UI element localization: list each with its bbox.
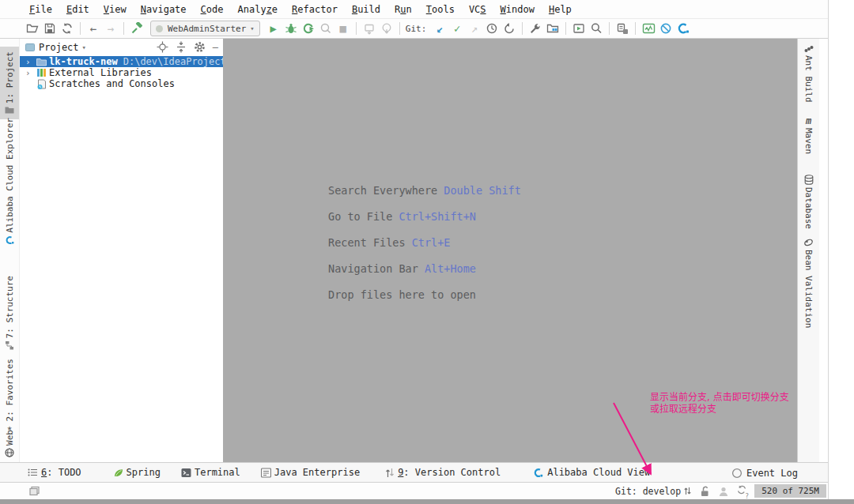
push-icon[interactable]: ↗: [466, 21, 483, 37]
menu-help[interactable]: Help: [542, 2, 579, 17]
project-panel-header: Project ▾ —: [20, 39, 223, 55]
memory-indicator[interactable]: 520 of 725M: [754, 484, 826, 498]
menu-refactor[interactable]: Refactor: [285, 2, 345, 17]
attach-icon[interactable]: [361, 21, 378, 37]
menu-tools[interactable]: Tools: [419, 2, 462, 17]
menu-navigate[interactable]: Navigate: [134, 2, 194, 17]
terminal-icon: [181, 468, 191, 478]
activity-monitor-icon[interactable]: [640, 21, 657, 37]
hide-icon[interactable]: —: [213, 43, 218, 52]
stop-icon[interactable]: ■: [334, 21, 352, 37]
menu-vcs[interactable]: VCS: [462, 2, 493, 17]
right-tool-stripe: Ant Build m Maven Database Bean Validati…: [797, 39, 819, 462]
bottom-tool-stripe: 6: TODO Spring Terminal Java Enterprise …: [0, 462, 828, 482]
tree-row-external-libraries[interactable]: › External Libraries: [20, 67, 223, 78]
menu-run[interactable]: Run: [387, 2, 419, 17]
menu-edit[interactable]: Edit: [59, 2, 96, 17]
tool-button-alibaba-cloud-view[interactable]: Alibaba Cloud View: [532, 467, 650, 478]
tool-button-favorites[interactable]: 2: Favorites ★: [0, 359, 19, 432]
commit-icon[interactable]: ✓: [448, 21, 466, 37]
hint-search-everywhere: Search Everywhere Double Shift: [328, 178, 521, 204]
save-icon[interactable]: [41, 21, 59, 37]
project-panel-title[interactable]: Project: [39, 42, 79, 53]
tool-button-web[interactable]: Web: [0, 430, 19, 457]
main-toolbar: ← → WebAdminStarter ▾ ▶ ■ Git: ↙ ✓ ↗: [0, 19, 828, 39]
wrench-icon[interactable]: [527, 21, 544, 37]
tree-row-scratches[interactable]: Scratches and Consoles: [20, 78, 223, 89]
menu-code[interactable]: Code: [194, 2, 231, 17]
toolbar-separator: [609, 22, 610, 35]
build-hammer-icon[interactable]: [128, 21, 145, 37]
folder-icon: [35, 58, 47, 66]
menu-view[interactable]: View: [96, 2, 134, 17]
editor-shortcut-hints: Search Everywhere Double Shift Go to Fil…: [328, 178, 521, 308]
tool-button-java-enterprise[interactable]: Java Enterprise: [261, 467, 360, 478]
gear-icon[interactable]: [194, 41, 206, 53]
open-icon[interactable]: [24, 21, 41, 37]
tool-button-database[interactable]: Database: [798, 175, 819, 229]
event-log-icon: [731, 468, 743, 479]
menu-file[interactable]: File: [22, 2, 59, 17]
tool-button-terminal[interactable]: Terminal: [181, 467, 240, 478]
user-icon[interactable]: [718, 486, 729, 497]
back-icon[interactable]: ←: [85, 21, 102, 37]
vcs-update-icon[interactable]: ↙: [431, 21, 448, 37]
tool-button-todo[interactable]: 6: TODO: [28, 467, 81, 478]
left-tool-stripe: 1: Project Alibaba Cloud Explorer 7: Str…: [0, 39, 20, 462]
git-branch-label: Git: develop: [615, 486, 681, 497]
unlock-icon[interactable]: [699, 486, 711, 497]
chevron-right-icon[interactable]: ›: [25, 57, 35, 67]
tool-button-version-control[interactable]: 9: Version Control: [385, 467, 501, 478]
project-folder-icon: [5, 106, 14, 115]
tool-button-ant-build[interactable]: Ant Build: [798, 45, 819, 103]
forward-icon[interactable]: →: [102, 21, 119, 37]
git-branch-widget[interactable]: Git: develop: [615, 486, 692, 497]
maven-icon: m: [806, 116, 811, 126]
debug-icon[interactable]: [282, 21, 300, 37]
sync-status-icon[interactable]: ?: [736, 484, 747, 498]
hint-navigation-bar: Navigation Bar Alt+Home: [328, 256, 521, 282]
tool-button-structure[interactable]: 7: Structure: [0, 276, 19, 350]
toolbar-separator: [565, 22, 566, 35]
tool-button-alibaba-cloud-explorer[interactable]: Alibaba Cloud Explorer: [0, 118, 19, 245]
chevron-right-icon[interactable]: ›: [25, 68, 35, 78]
toolbar-separator: [123, 22, 124, 35]
profiler-icon[interactable]: [317, 21, 334, 37]
history-icon[interactable]: [483, 21, 501, 37]
tool-button-spring[interactable]: Spring: [113, 467, 161, 478]
menu-analyze[interactable]: Analyze: [231, 2, 285, 17]
run-icon[interactable]: ▶: [265, 21, 282, 37]
git-toolbar-label: Git:: [406, 24, 427, 34]
run-anything-icon[interactable]: [570, 21, 588, 37]
modules-icon[interactable]: [544, 21, 561, 37]
tree-row-project-root[interactable]: › lk-truck-new D:\dev\IdeaProjects\l: [20, 56, 223, 67]
toolbar-separator: [522, 22, 523, 35]
collapse-all-icon[interactable]: [176, 41, 187, 53]
toggle-tool-windows-icon[interactable]: [28, 485, 40, 497]
menu-window[interactable]: Window: [493, 2, 542, 17]
alibaba-cloud-icon: [4, 235, 15, 245]
event-log-button[interactable]: Event Log: [731, 463, 798, 483]
toolbar-separator: [635, 22, 636, 35]
spring-leaf-icon: [113, 468, 123, 478]
tool-button-project[interactable]: 1: Project: [0, 47, 19, 119]
alibaba-cloud-icon[interactable]: [675, 21, 692, 37]
hint-recent-files: Recent Files Ctrl+E: [328, 230, 521, 256]
search-icon[interactable]: [588, 21, 605, 37]
hint-drop-files: Drop files here to open: [328, 282, 521, 308]
tool-button-bean-validation[interactable]: Bean Validation: [798, 238, 819, 328]
sync-icon[interactable]: [59, 21, 76, 37]
services-save-icon[interactable]: [614, 21, 631, 37]
rollback-icon[interactable]: [501, 21, 518, 37]
coverage-icon[interactable]: [300, 21, 317, 37]
locate-icon[interactable]: [157, 41, 168, 53]
update-running-icon[interactable]: [378, 21, 395, 37]
run-config-selector[interactable]: WebAdminStarter ▾: [150, 21, 260, 36]
block-icon[interactable]: [657, 21, 675, 37]
menu-build[interactable]: Build: [345, 2, 387, 17]
scratches-label: Scratches and Consoles: [49, 78, 175, 89]
spring-boot-config-icon: [155, 24, 164, 33]
desktop-edge-strip: [0, 499, 854, 504]
tool-button-maven[interactable]: m Maven: [798, 116, 819, 154]
chevron-down-icon[interactable]: ▾: [82, 43, 86, 51]
